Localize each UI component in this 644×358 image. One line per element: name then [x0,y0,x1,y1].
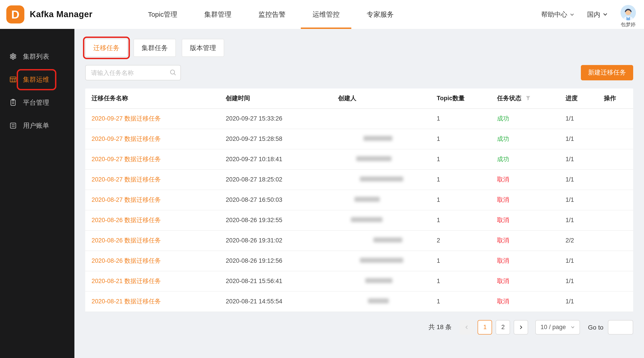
task-name-link[interactable]: 2020-08-26 数据迁移任务 [92,257,161,264]
progress-cell: 1/1 [559,210,598,230]
tab-migration-tasks[interactable]: 迁移任务 [85,39,128,57]
created-time-cell: 2020-08-27 18:25:02 [220,169,332,190]
task-name-cell: 2020-08-26 数据迁移任务 [85,251,220,271]
task-name-link[interactable]: 2020-08-21 数据迁移任务 [92,298,161,304]
tab-cluster-tasks[interactable]: 集群任务 [134,39,176,57]
page-button-2[interactable]: 2 [496,320,510,334]
help-center-menu[interactable]: 帮助中心 [541,10,574,19]
filter-icon[interactable] [526,95,531,101]
actions-cell [598,149,633,169]
task-status-badge: 取消 [497,277,509,284]
page-button-1[interactable]: 1 [478,320,492,334]
task-table-body: 2020-09-27 数据迁移任务2020-09-27 15:33:261成功1… [85,108,633,311]
page-size-select[interactable]: 10 / page [536,320,580,334]
status-cell: 成功 [491,129,559,149]
creator-redacted-text [351,217,382,222]
sidebar-item-cluster-ops[interactable]: 集群运维 [0,69,74,90]
column-label: 操作 [604,95,616,102]
avatar[interactable] [620,5,636,20]
task-name-link[interactable]: 2020-08-27 数据迁移任务 [92,176,161,183]
created-time-cell: 2020-08-26 19:31:02 [220,230,332,251]
progress-cell: 1/1 [559,129,598,149]
col-creator: 创建人 [332,89,430,108]
region-label: 国内 [587,10,600,19]
create-migration-task-button[interactable]: 新建迁移任务 [581,65,633,80]
sidebar-item-label: 集群列表 [23,52,49,61]
nav-topic-manage[interactable]: Topic管理 [146,0,180,29]
creator-redacted-text [365,278,392,283]
user-name: 包梦婷 [621,21,636,28]
task-name-cell: 2020-08-21 数据迁移任务 [85,291,220,311]
nav-cluster-manage[interactable]: 集群管理 [202,0,234,29]
task-name-link[interactable]: 2020-08-21 数据迁移任务 [92,277,161,284]
creator-redacted-text [356,156,391,161]
page-size-value: 10 / page [540,324,566,330]
top-nav: Topic管理 集群管理 监控告警 运维管控 专家服务 [146,0,396,29]
search-icon[interactable] [170,69,176,76]
search-input[interactable] [85,65,181,80]
avatar-illustration [620,5,636,20]
chevron-down-icon [570,325,575,329]
status-cell: 取消 [491,169,559,190]
user-profile[interactable]: 包梦婷 [620,5,636,28]
task-name-link[interactable]: 2020-09-27 数据迁移任务 [92,156,161,162]
col-actions: 操作 [598,89,633,108]
nav-expert-service[interactable]: 专家服务 [364,0,396,29]
progress-cell: 1/1 [559,291,598,311]
cluster-icon [9,52,17,61]
sidebar-item-label: 用户账单 [23,121,49,130]
task-name-cell: 2020-08-26 数据迁移任务 [85,230,220,251]
help-center-label: 帮助中心 [541,10,567,19]
chevron-down-icon [570,12,574,17]
nav-monitor-alert[interactable]: 监控告警 [256,0,288,29]
task-name-link[interactable]: 2020-08-26 数据迁移任务 [92,237,161,244]
region-select[interactable]: 国内 [587,10,608,19]
next-page-button[interactable] [514,320,528,334]
actions-cell [598,108,633,129]
task-name-link[interactable]: 2020-08-27 数据迁移任务 [92,196,161,203]
search-box [85,65,181,80]
creator-redacted-text [363,136,392,141]
task-name-link[interactable]: 2020-08-26 数据迁移任务 [92,216,161,223]
status-cell: 成功 [491,149,559,169]
ops-icon [9,75,17,84]
sidebar-item-cluster-list[interactable]: 集群列表 [0,46,74,67]
progress-cell: 1/1 [559,271,598,291]
table-row: 2020-09-27 数据迁移任务2020-09-27 15:33:261成功1… [85,108,633,129]
creator-cell [332,108,430,129]
sidebar-item-user-billing[interactable]: 用户账单 [0,115,74,136]
column-label: 创建时间 [226,95,250,102]
goto-page-input[interactable] [608,320,633,334]
chevron-down-icon [602,12,608,17]
tab-version-manage[interactable]: 版本管理 [182,39,224,57]
progress-cell: 1/1 [559,251,598,271]
billing-icon [9,121,17,130]
created-time-cell: 2020-08-21 14:55:54 [220,291,332,311]
table-row: 2020-09-27 数据迁移任务2020-09-27 10:18:411成功1… [85,149,633,169]
col-progress: 进度 [559,89,598,108]
sidebar-item-platform-manage[interactable]: 平台管理 [0,92,74,113]
actions-cell [598,271,633,291]
task-name-link[interactable]: 2020-09-27 数据迁移任务 [92,135,161,142]
nav-ops-control[interactable]: 运维管控 [310,0,342,29]
creator-redacted-text [360,258,403,263]
column-label: 创建人 [338,95,356,102]
task-name-cell: 2020-08-26 数据迁移任务 [85,210,220,230]
app-header: D Kafka Manager Topic管理 集群管理 监控告警 运维管控 专… [0,0,644,29]
creator-redacted-text [360,177,403,181]
main-content: 迁移任务 集群任务 版本管理 新建迁移任务 [74,29,644,358]
task-name-cell: 2020-09-27 数据迁移任务 [85,149,220,169]
task-name-cell: 2020-09-27 数据迁移任务 [85,129,220,149]
brand-logo-letter: D [11,8,20,21]
created-time-cell: 2020-08-27 16:50:03 [220,190,332,210]
task-status-badge: 成功 [497,115,509,122]
task-status-badge: 取消 [497,196,509,203]
prev-page-button[interactable] [460,320,474,334]
goto-label: Go to [588,323,604,331]
task-name-link[interactable]: 2020-09-27 数据迁移任务 [92,115,161,122]
creator-cell [332,230,430,251]
creator-cell [332,251,430,271]
task-status-badge: 取消 [497,257,509,264]
task-status-badge: 成功 [497,156,509,162]
task-status-badge: 取消 [497,176,509,183]
